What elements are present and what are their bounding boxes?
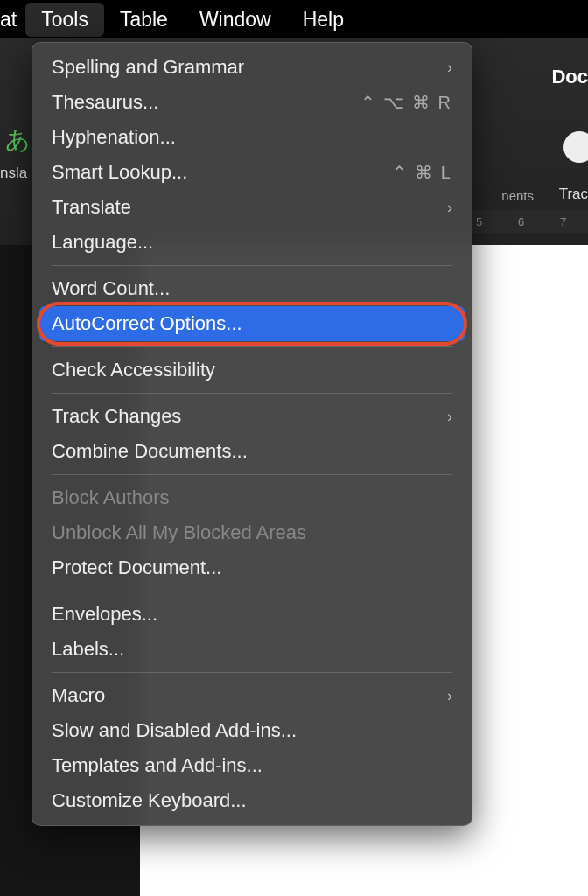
- menu-separator: [52, 474, 452, 475]
- menu-item-label: AutoCorrect Options...: [52, 312, 242, 335]
- menu-separator: [52, 591, 452, 592]
- menu-item-envelopes[interactable]: Envelopes...: [32, 597, 472, 632]
- menu-item-translate[interactable]: Translate›: [32, 190, 472, 225]
- menu-item-thesaurus[interactable]: Thesaurus...⌃ ⌥ ⌘ R: [32, 85, 472, 120]
- menu-item-label: Combine Documents...: [52, 440, 248, 463]
- menu-item-label: Hyphenation...: [52, 126, 176, 149]
- menu-item-spelling-and-grammar[interactable]: Spelling and Grammar›: [32, 50, 472, 85]
- menu-item-label: Slow and Disabled Add-ins...: [52, 719, 297, 742]
- ruler: 5 6 7: [471, 210, 588, 233]
- translate-label-fragment: nsla: [0, 164, 27, 182]
- menu-item-label: Envelopes...: [52, 603, 158, 626]
- chevron-right-icon: ›: [447, 59, 452, 77]
- menubar: atToolsTableWindowHelp: [0, 0, 588, 38]
- menu-item-block-authors: Block Authors: [32, 480, 472, 515]
- menu-item-templates-and-add-ins[interactable]: Templates and Add-ins...: [32, 748, 472, 783]
- menu-item-track-changes[interactable]: Track Changes›: [32, 399, 472, 434]
- menu-item-label: Track Changes: [52, 405, 181, 428]
- ruler-tick: 5: [476, 215, 504, 228]
- menu-item-label: Check Accessibility: [52, 359, 215, 382]
- chevron-right-icon: ›: [447, 408, 452, 426]
- menubar-item-at[interactable]: at: [0, 3, 25, 37]
- menu-item-shortcut: ⌃ ⌘ L: [392, 162, 452, 183]
- menu-item-label: Smart Lookup...: [52, 161, 187, 184]
- chevron-right-icon: ›: [447, 199, 452, 217]
- menu-separator: [52, 672, 452, 673]
- document-title-fragment: Doc: [551, 66, 588, 88]
- menu-item-unblock-all-my-blocked-areas: Unblock All My Blocked Areas: [32, 515, 472, 550]
- menu-item-label: Templates and Add-ins...: [52, 754, 262, 777]
- menu-item-slow-and-disabled-add-ins[interactable]: Slow and Disabled Add-ins...: [32, 713, 472, 748]
- menu-item-label: Unblock All My Blocked Areas: [52, 522, 306, 544]
- menu-item-shortcut: ⌃ ⌥ ⌘ R: [360, 92, 452, 113]
- track-changes-label-fragment: Trac: [559, 186, 588, 203]
- track-changes-toggle[interactable]: [564, 131, 588, 163]
- menu-separator: [52, 346, 452, 347]
- menu-item-labels[interactable]: Labels...: [32, 632, 472, 667]
- menu-item-label: Customize Keyboard...: [52, 789, 247, 812]
- menubar-item-help[interactable]: Help: [287, 3, 360, 37]
- menu-item-label: Labels...: [52, 638, 124, 661]
- menu-item-language[interactable]: Language...: [32, 225, 472, 260]
- menu-item-smart-lookup[interactable]: Smart Lookup...⌃ ⌘ L: [32, 155, 472, 190]
- translate-icon[interactable]: あ: [0, 122, 35, 158]
- ruler-tick: 7: [560, 215, 588, 228]
- menu-separator: [52, 393, 452, 394]
- menu-item-customize-keyboard[interactable]: Customize Keyboard...: [32, 783, 472, 818]
- menubar-item-table[interactable]: Table: [104, 3, 184, 37]
- menu-separator: [52, 265, 452, 266]
- menu-item-label: Language...: [52, 231, 153, 254]
- menu-item-combine-documents[interactable]: Combine Documents...: [32, 434, 472, 469]
- comments-label-fragment: nents: [501, 188, 534, 203]
- menu-item-hyphenation[interactable]: Hyphenation...: [32, 120, 472, 155]
- menubar-item-window[interactable]: Window: [184, 3, 287, 37]
- menu-item-check-accessibility[interactable]: Check Accessibility: [32, 353, 472, 388]
- menu-item-label: Spelling and Grammar: [52, 56, 244, 79]
- menu-item-label: Protect Document...: [52, 556, 221, 579]
- menu-item-label: Word Count...: [52, 277, 170, 300]
- menu-item-label: Thesaurus...: [52, 91, 158, 114]
- menu-item-label: Macro: [52, 684, 105, 707]
- menu-item-word-count[interactable]: Word Count...: [32, 271, 472, 306]
- menubar-item-tools[interactable]: Tools: [25, 3, 104, 37]
- menu-item-label: Block Authors: [52, 486, 170, 509]
- chevron-right-icon: ›: [447, 687, 452, 705]
- menu-item-label: Translate: [52, 196, 131, 219]
- menu-item-protect-document[interactable]: Protect Document...: [32, 550, 472, 585]
- menu-item-macro[interactable]: Macro›: [32, 678, 472, 713]
- menu-item-autocorrect-options[interactable]: AutoCorrect Options...: [39, 306, 465, 341]
- tools-menu: Spelling and Grammar›Thesaurus...⌃ ⌥ ⌘ R…: [32, 42, 472, 826]
- ruler-tick: 6: [518, 215, 546, 228]
